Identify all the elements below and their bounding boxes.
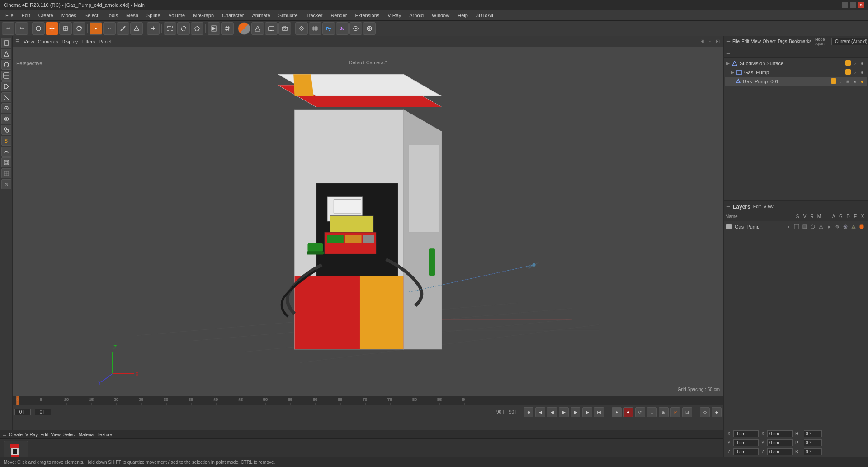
menu-render[interactable]: Render — [327, 12, 350, 19]
vp-menu-cameras[interactable]: Cameras — [38, 39, 58, 44]
menu-file[interactable]: File — [2, 12, 17, 19]
select-circle[interactable] — [177, 22, 190, 35]
coord-xsize-input[interactable] — [767, 430, 793, 437]
prefs-btn[interactable] — [349, 22, 362, 35]
sidebar-btn-2[interactable] — [1, 49, 11, 59]
gaspump001-vis[interactable]: ○ — [837, 78, 844, 85]
node-btn-view[interactable]: View — [751, 39, 761, 44]
menu-help[interactable]: Help — [454, 12, 472, 19]
play-reverse[interactable]: ◀ — [547, 407, 557, 417]
menu-modes[interactable]: Modes — [58, 12, 80, 19]
layer-flag-x[interactable] — [858, 223, 865, 230]
display-btn[interactable] — [265, 22, 278, 35]
skip-to-start[interactable]: ⏮ — [524, 407, 533, 417]
add-tool[interactable]: + — [147, 22, 160, 35]
subdiv-lock[interactable]: ⊕ — [859, 60, 865, 67]
layers-btn-edit[interactable]: Edit — [753, 204, 761, 209]
coord-y-input[interactable] — [733, 439, 759, 446]
loop-mode[interactable]: □ — [647, 407, 657, 417]
gaspump001-tag3[interactable]: ◆ — [859, 78, 865, 85]
layer-flag-e[interactable] — [850, 223, 857, 230]
python-btn[interactable]: Py — [322, 22, 335, 35]
menu-mograph[interactable]: MoGraph — [189, 12, 217, 19]
coord-ysize-input[interactable] — [767, 439, 793, 446]
fps-btn[interactable]: ⊞ — [659, 407, 669, 417]
coord-h-input[interactable] — [804, 430, 822, 437]
layer-item-gaspump[interactable]: Gas_Pump ● — [725, 222, 867, 231]
script-btn[interactable]: Js — [336, 22, 349, 35]
sidebar-btn-7[interactable] — [1, 103, 11, 113]
timeline-ruler[interactable]: 0 5 10 15 20 25 30 35 40 45 50 — [13, 396, 723, 405]
snap-btn[interactable] — [295, 22, 308, 35]
asset-toolbar-vray[interactable]: V-Ray — [25, 432, 38, 437]
coord-z-input[interactable] — [733, 448, 759, 455]
gaspump001-tag1[interactable]: ⊞ — [844, 78, 851, 85]
menu-3dtoall[interactable]: 3DToAll — [472, 12, 497, 19]
menu-vray[interactable]: V-Ray — [384, 12, 405, 19]
record-btn[interactable]: ● — [623, 407, 633, 417]
coord-x-input[interactable] — [733, 430, 759, 437]
menu-mesh[interactable]: Mesh — [123, 12, 142, 19]
menu-spline[interactable]: Spline — [143, 12, 164, 19]
timeline-extra[interactable]: ⊡ — [682, 407, 692, 417]
key-btn2[interactable]: ◆ — [712, 407, 722, 417]
asset-toolbar-texture[interactable]: Texture — [97, 432, 112, 437]
vp-menu-icon[interactable]: ☰ — [15, 38, 20, 44]
menu-volume[interactable]: Volume — [165, 12, 189, 19]
gaspump-lock[interactable]: ⊕ — [859, 69, 865, 76]
step-back[interactable]: ◀ — [535, 407, 545, 417]
frame-input-right[interactable] — [35, 409, 51, 415]
step-forward[interactable]: ▶ — [582, 407, 592, 417]
autokey-btn[interactable]: ● — [612, 407, 622, 417]
menu-extensions[interactable]: Extensions — [351, 12, 383, 19]
polygon-mode-btn[interactable] — [130, 22, 143, 35]
skip-to-end[interactable]: ⏭ — [594, 407, 604, 417]
menu-animate[interactable]: Animate — [248, 12, 274, 19]
asset-toolbar-create[interactable]: Create — [9, 432, 23, 437]
vp-control-1[interactable]: ⊞ — [700, 38, 704, 44]
node-btn-bookmarks[interactable]: Bookmarks — [789, 39, 811, 44]
camera-btn[interactable] — [278, 22, 291, 35]
play-forward[interactable]: ▶ — [571, 407, 580, 417]
edge-mode-btn[interactable] — [117, 22, 129, 35]
motion-path[interactable]: P — [670, 407, 680, 417]
sidebar-btn-9[interactable] — [1, 125, 11, 135]
layer-flag-a[interactable]: ▶ — [826, 223, 833, 230]
menu-tracker[interactable]: Tracker — [302, 12, 326, 19]
sidebar-btn-6[interactable] — [1, 92, 11, 102]
menu-simulate[interactable]: Simulate — [275, 12, 302, 19]
frame-input-left[interactable] — [14, 409, 31, 415]
sidebar-btn-12[interactable] — [1, 157, 11, 167]
scale-tool[interactable] — [59, 22, 72, 35]
minimize-button[interactable]: — — [842, 2, 848, 8]
loop-btn[interactable]: ⟳ — [635, 407, 645, 417]
close-button[interactable]: ✕ — [858, 2, 864, 8]
menu-tools[interactable]: Tools — [103, 12, 122, 19]
menu-character[interactable]: Character — [218, 12, 247, 19]
coord-zsize-input[interactable] — [767, 448, 793, 455]
obj-item-subdiv[interactable]: ▶ Subdivision Surface ○ ⊕ — [725, 59, 867, 68]
node-btn-object[interactable]: Object — [763, 39, 776, 44]
maximize-button[interactable]: □ — [850, 2, 856, 8]
menu-arnold[interactable]: Arnold — [406, 12, 427, 19]
render-button[interactable] — [208, 22, 220, 35]
point-mode-btn[interactable]: ○ — [103, 22, 116, 35]
node-btn-edit[interactable]: Edit — [741, 39, 749, 44]
grid-btn[interactable] — [309, 22, 321, 35]
web-btn[interactable] — [363, 22, 376, 35]
layers-btn-view[interactable]: View — [764, 204, 774, 209]
layer-flag-g[interactable] — [834, 223, 841, 230]
vp-menu-panel[interactable]: Panel — [99, 39, 111, 44]
menu-create[interactable]: Create — [35, 12, 57, 19]
viewport[interactable]: Perspective Default Camera.* — [13, 47, 723, 396]
menu-window[interactable]: Window — [428, 12, 453, 19]
layer-flag-l[interactable] — [817, 223, 825, 230]
vp-control-2[interactable]: ↕ — [709, 39, 712, 44]
redo-button[interactable]: ↪ — [15, 22, 28, 35]
sidebar-btn-5[interactable] — [1, 81, 11, 91]
vp-control-3[interactable]: ⊡ — [716, 38, 720, 44]
menu-edit[interactable]: Edit — [18, 12, 34, 19]
vp-menu-display[interactable]: Display — [61, 39, 78, 44]
sidebar-btn-4[interactable] — [1, 71, 11, 81]
sidebar-btn-14[interactable]: ⊙ — [1, 179, 11, 189]
